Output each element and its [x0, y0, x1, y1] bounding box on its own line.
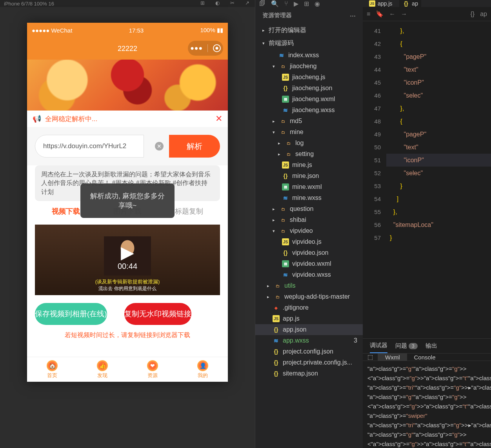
explorer-title: 资源管理器 [262, 12, 292, 19]
file-md5[interactable]: ▸🗀md5 [255, 116, 363, 127]
url-input-section: ✕ 解析 [27, 127, 228, 165]
file-tree[interactable]: ▸打开的编辑器 ▾前端源码 ≋index.wxss▾🗀jiaochengJSji… [255, 24, 363, 448]
file-jiaocheng.js[interactable]: JSjiaocheng.js [255, 72, 363, 83]
file-app.wxss[interactable]: ≋app.wxss3 [255, 335, 363, 346]
file-jiaocheng.json[interactable]: {}jiaocheng.json [255, 83, 363, 94]
wxml-icon: ▤ [282, 260, 289, 267]
devtools-subtabs: ⬚ Wxml Console [363, 354, 491, 361]
device-selector[interactable]: iPhone 6/7/8 100% 16 [4, 1, 54, 7]
inspect-icon[interactable]: ⬚ [363, 354, 378, 361]
code-editor[interactable]: 4142434445464748495051525354555657 }, { … [363, 21, 491, 338]
file-shibai[interactable]: ▸🗀shibai [255, 214, 363, 225]
wxss-icon: ≋ [282, 107, 289, 114]
file-project.config.json[interactable]: {}project.config.json [255, 346, 363, 357]
file-mine.js[interactable]: JSmine.js [255, 160, 363, 170]
tabbar: 🏠首页 👍发现 ❤资源 👤我的 [27, 357, 228, 382]
editor-tab-active[interactable]: {}ap [399, 0, 421, 7]
speaker-icon: 📢 [33, 114, 41, 123]
file-index.wxss[interactable]: ≋index.wxss [255, 50, 363, 61]
explorer-icon[interactable]: 🗐 [259, 0, 266, 7]
folder-icon: 🗀 [285, 151, 292, 158]
tab-problems[interactable]: 问题3 [395, 339, 418, 353]
file-project.private.config.js...[interactable]: {}project.private.config.js... [255, 357, 363, 368]
file-sitemap.json[interactable]: {}sitemap.json [255, 368, 363, 379]
tabbar-discover[interactable]: 👍发现 [77, 357, 127, 382]
simulator-toolbar: iPhone 6/7/8 100% 16 ⊞ ◐ ✂ ↗ [0, 0, 255, 7]
wxml-inspector[interactable]: "a">class"g">="g""a">class"g">="g">><"a"… [363, 361, 491, 448]
file-setting[interactable]: ▸🗀setting [255, 149, 363, 160]
section-open-editors[interactable]: ▸打开的编辑器 [255, 24, 363, 37]
url-input[interactable] [35, 135, 144, 158]
file-app.json[interactable]: {}app.json [255, 324, 363, 335]
toolbar-icon[interactable]: ✂ [228, 0, 236, 6]
toolbar-icon[interactable]: ◐ [213, 0, 221, 6]
folder-icon: 🗀 [280, 227, 287, 234]
file-app.js[interactable]: JSapp.js [255, 313, 363, 324]
banner-swiper[interactable] [27, 60, 228, 111]
save-video-button[interactable]: 保存视频到相册(在线) [35, 303, 107, 325]
subtab-wxml[interactable]: Wxml [378, 354, 407, 361]
toast-message: 解析成功, 麻烦您多多分享哦~ [80, 183, 175, 218]
file-mine.json[interactable]: {}mine.json [255, 170, 363, 181]
file-vipvideo[interactable]: ▾🗀vipvideo [255, 225, 363, 236]
file-mine.wxml[interactable]: ▤mine.wxml [255, 181, 363, 192]
account-icon[interactable]: ◉ [315, 0, 320, 7]
file-utils[interactable]: ▸🗀utils [255, 280, 363, 291]
tabbar-home[interactable]: 🏠首页 [27, 357, 77, 382]
tab-video-download[interactable]: 视频下载 [52, 207, 80, 216]
git-icon[interactable]: ⑂ [284, 0, 288, 7]
file-jiaocheng[interactable]: ▾🗀jiaocheng [255, 61, 363, 72]
file-.gitignore[interactable]: ◆.gitignore [255, 302, 363, 313]
subtab-console[interactable]: Console [407, 354, 443, 361]
debug-icon[interactable]: ▶ [294, 0, 298, 7]
folder-icon: 🗀 [280, 129, 287, 136]
close-icon[interactable]: ✕ [215, 114, 222, 124]
file-question[interactable]: ▸🗀question [255, 203, 363, 214]
file-vipvideo.json[interactable]: {}vipvideo.json [255, 247, 363, 258]
toolbar-icon[interactable]: ⊞ [198, 0, 206, 6]
play-icon[interactable]: ▶ [121, 242, 134, 262]
user-icon: 👤 [197, 360, 208, 371]
tabbar-mine[interactable]: 👤我的 [178, 357, 228, 382]
section-source[interactable]: ▾前端源码 [255, 37, 363, 50]
tab-title-copy[interactable]: 标题复制 [175, 207, 203, 216]
editor-panel: JSapp.js {}ap ≡ 🔖 ← → {} ap 414243444546… [363, 0, 491, 448]
back-icon[interactable]: ← [389, 11, 395, 18]
clear-icon[interactable]: ✕ [155, 142, 164, 151]
file-weplug-add-tips-master[interactable]: ▸🗀weplug-add-tips-master [255, 291, 363, 302]
menu-icon[interactable]: ●●● [190, 45, 203, 52]
list-icon[interactable]: ≡ [367, 11, 370, 18]
file-mine[interactable]: ▾🗀mine [255, 127, 363, 138]
git-icon: ◆ [273, 304, 280, 311]
bookmark-icon[interactable]: 🔖 [376, 10, 384, 18]
file-mine.wxss[interactable]: ≋mine.wxss [255, 192, 363, 203]
search-icon[interactable]: 🔍 [271, 0, 279, 7]
more-icon[interactable]: ⋯ [350, 12, 356, 19]
video-player[interactable]: (谈及新专辑新歌提前被泄漏) 流出去 你的用意到底是什么 ▶ 00:44 [35, 225, 220, 295]
tabbar-resource[interactable]: ❤资源 [127, 357, 178, 382]
file-vipvideo.js[interactable]: JSvipvideo.js [255, 236, 363, 247]
editor-tab-appjs[interactable]: JSapp.js [366, 0, 395, 7]
extensions-icon[interactable]: ⊞ [304, 0, 309, 7]
wxss-icon: ≋ [282, 194, 289, 201]
copy-link-button[interactable]: 复制无水印视频链接 [124, 303, 191, 325]
file-log[interactable]: ▸🗀log [255, 138, 363, 149]
simulator-panel: iPhone 6/7/8 100% 16 ⊞ ◐ ✂ ↗ ●●●●● WeCha… [0, 0, 255, 448]
toolbar-icon[interactable]: ↗ [243, 0, 251, 6]
file-jiaocheng.wxml[interactable]: ▤jiaocheng.wxml [255, 94, 363, 105]
close-icon[interactable] [213, 44, 221, 52]
file-vipvideo.wxml[interactable]: ▤vipvideo.wxml [255, 258, 363, 269]
js-icon: JS [273, 315, 280, 322]
tab-debugger[interactable]: 调试器 [370, 339, 387, 353]
tab-output[interactable]: 输出 [426, 339, 437, 353]
wxss-icon: ≋ [273, 337, 280, 344]
editor-breadcrumb: ≡ 🔖 ← → {} ap [363, 7, 491, 21]
forward-icon[interactable]: → [401, 11, 407, 18]
parse-button[interactable]: 解析 [169, 135, 220, 158]
folder-icon: 🗀 [285, 140, 292, 147]
devtools-panel: 调试器 问题3 输出 ⬚ Wxml Console "a">class"g">=… [363, 338, 491, 448]
file-jiaocheng.wxss[interactable]: ≋jiaocheng.wxss [255, 105, 363, 116]
folder-icon: 🗀 [280, 118, 287, 125]
file-vipvideo.wxss[interactable]: ≋vipvideo.wxss [255, 269, 363, 280]
miniprogram-capsule[interactable]: ●●● [188, 41, 223, 56]
